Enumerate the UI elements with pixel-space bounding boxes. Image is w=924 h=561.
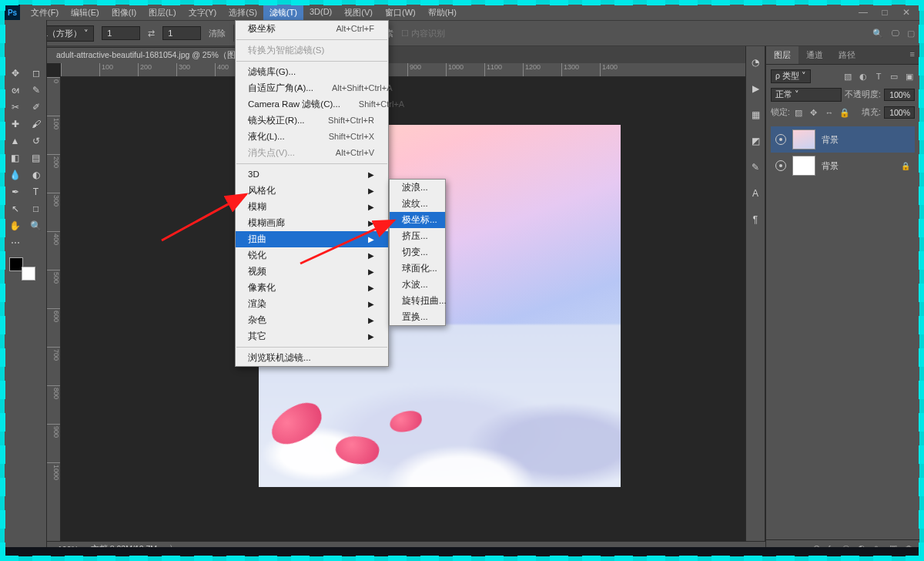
stamp-tool[interactable]: ▲ xyxy=(5,133,25,149)
menu-item[interactable]: 锐化▶ xyxy=(236,247,388,264)
menu-item[interactable]: 滤镜库(G)... xyxy=(236,64,388,80)
minimize-icon[interactable]: — xyxy=(858,7,869,18)
menu-item[interactable]: 其它▶ xyxy=(236,328,388,344)
filter-kind-select[interactable]: ρ 类型 ˅ xyxy=(771,69,811,83)
dodge-tool[interactable]: ◐ xyxy=(25,166,46,183)
menu-item[interactable]: 风格化▶ xyxy=(236,183,388,199)
swap-icon[interactable]: ⇄ xyxy=(148,29,155,39)
play-icon[interactable]: ▶ xyxy=(749,83,762,96)
menu-item[interactable]: 水波... xyxy=(390,277,445,293)
menu-8[interactable]: 视图(V) xyxy=(338,5,379,21)
menu-item[interactable]: 浏览联机滤镜... xyxy=(236,350,388,366)
maximize-icon[interactable]: □ xyxy=(879,7,890,18)
share-icon[interactable]: 🖵 xyxy=(891,29,899,39)
layer-row[interactable]: 背景 xyxy=(771,126,915,153)
brush-panel-icon[interactable]: ✎ xyxy=(749,162,762,174)
menu-item[interactable]: 波浪... xyxy=(390,180,445,196)
window-controls[interactable]: — □ ✕ xyxy=(858,7,919,18)
menu-item[interactable]: 视频▶ xyxy=(236,264,388,280)
visibility-icon[interactable] xyxy=(775,160,786,171)
lock-pixels-icon[interactable]: ▨ xyxy=(793,107,804,118)
tab-paths[interactable]: 路径 xyxy=(831,46,863,64)
character-icon[interactable]: A xyxy=(749,188,762,200)
layer-row[interactable]: 背景🔒 xyxy=(771,153,915,179)
menu-item[interactable]: 转换为智能滤镜(S) xyxy=(236,42,388,59)
menu-item[interactable]: 模糊▶ xyxy=(236,199,388,215)
filter-menu-dropdown[interactable]: 极坐标Alt+Ctrl+F转换为智能滤镜(S)滤镜库(G)...自适应广角(A)… xyxy=(235,20,389,367)
lock-all-icon[interactable]: 🔒 xyxy=(839,107,850,118)
history-icon[interactable]: ◔ xyxy=(749,57,762,69)
filter-image-icon[interactable]: ▧ xyxy=(842,71,853,82)
more-tools[interactable]: ⋯ xyxy=(5,234,25,251)
crop-width-field[interactable]: 1 xyxy=(102,26,140,40)
background-color[interactable] xyxy=(22,267,35,280)
menu-item[interactable]: 置换... xyxy=(390,309,445,325)
menu-item[interactable]: 3D▶ xyxy=(236,166,388,183)
search-icon[interactable]: 🔍 xyxy=(872,29,883,39)
collapsed-panel-strip[interactable]: ◔ ▶ ▦ ◩ ✎ A ¶ xyxy=(745,46,765,556)
menu-10[interactable]: 帮助(H) xyxy=(422,5,463,21)
content-aware-checkbox[interactable]: ☐ 内容识别 xyxy=(401,28,445,39)
menu-item[interactable]: 自适应广角(A)...Alt+Shift+Ctrl+A xyxy=(236,80,388,96)
menu-7[interactable]: 3D(D) xyxy=(303,5,338,21)
menu-item[interactable]: 极坐标Alt+Ctrl+F xyxy=(236,21,388,37)
menu-item[interactable]: 球面化... xyxy=(390,260,445,277)
menu-0[interactable]: 文件(F) xyxy=(25,5,65,21)
distort-submenu[interactable]: 波浪...波纹...极坐标...挤压...切变...球面化...水波...旋转扭… xyxy=(389,179,446,326)
hand-tool[interactable]: ✋ xyxy=(5,217,25,234)
lock-position-icon[interactable]: ✥ xyxy=(808,107,819,118)
fill-field[interactable]: 100% xyxy=(884,106,915,119)
menu-4[interactable]: 文字(Y) xyxy=(182,5,223,21)
menu-3[interactable]: 图层(L) xyxy=(142,5,182,21)
filter-adjust-icon[interactable]: ◐ xyxy=(858,71,869,82)
heal-tool[interactable]: ✚ xyxy=(5,116,25,133)
marquee-tool[interactable]: ◻ xyxy=(25,65,46,82)
menu-item[interactable]: 像素化▶ xyxy=(236,280,388,296)
menu-item[interactable]: 极坐标... xyxy=(390,212,445,228)
menu-item[interactable]: 挤压... xyxy=(390,228,445,244)
zoom-tool[interactable]: 🔍 xyxy=(25,217,46,234)
adjust-icon[interactable]: ◩ xyxy=(749,136,762,148)
blur-tool[interactable]: 💧 xyxy=(5,166,25,183)
close-icon[interactable]: ✕ xyxy=(901,7,912,18)
menu-item[interactable]: 切变... xyxy=(390,244,445,260)
menu-item[interactable]: 渲染▶ xyxy=(236,296,388,312)
paragraph-icon[interactable]: ¶ xyxy=(749,214,762,227)
lock-arrow-icon[interactable]: ↔ xyxy=(824,107,835,118)
document-tab-1[interactable]: adult-attractive-beautiful-1681054.jpg @… xyxy=(47,47,264,63)
tab-layers[interactable]: 图层 xyxy=(766,46,798,64)
menu-5[interactable]: 选择(S) xyxy=(223,5,263,21)
menu-1[interactable]: 编辑(E) xyxy=(65,5,105,21)
opacity-field[interactable]: 100% xyxy=(884,89,915,101)
crop-tool[interactable]: ✂ xyxy=(5,99,25,116)
lasso-tool[interactable]: ᘛ xyxy=(5,82,25,99)
type-tool[interactable]: T xyxy=(25,183,46,200)
menu-item[interactable]: 镜头校正(R)...Shift+Ctrl+R xyxy=(236,113,388,129)
filter-type-icon[interactable]: T xyxy=(873,71,884,82)
visibility-icon[interactable] xyxy=(775,134,786,145)
menu-item[interactable]: Camera Raw 滤镜(C)...Shift+Ctrl+A xyxy=(236,96,388,113)
eraser-tool[interactable]: ◧ xyxy=(5,149,25,166)
brush-tool[interactable]: 🖌 xyxy=(25,116,46,133)
layer-thumb[interactable] xyxy=(792,156,815,176)
gradient-tool[interactable]: ▤ xyxy=(25,149,46,166)
quickselect-tool[interactable]: ✎ xyxy=(25,82,46,99)
menu-item[interactable]: 消失点(V)...Alt+Ctrl+V xyxy=(236,145,388,161)
layer-thumb[interactable] xyxy=(792,129,815,149)
history-brush-tool[interactable]: ↺ xyxy=(25,133,46,149)
path-tool[interactable]: ↖ xyxy=(5,200,25,217)
filter-shape-icon[interactable]: ▭ xyxy=(889,71,899,82)
tab-channels[interactable]: 通道 xyxy=(798,46,831,64)
filter-smart-icon[interactable]: ▣ xyxy=(904,71,915,82)
blend-mode-select[interactable]: 正常 ˅ xyxy=(771,88,842,102)
color-swatch[interactable] xyxy=(9,257,35,280)
eyedropper-tool[interactable]: ✐ xyxy=(25,99,46,116)
menu-item[interactable]: 液化(L)...Shift+Ctrl+X xyxy=(236,129,388,145)
menu-item[interactable]: 波纹... xyxy=(390,196,445,212)
pen-tool[interactable]: ✒ xyxy=(5,183,25,200)
menu-item[interactable]: 模糊画廊▶ xyxy=(236,215,388,231)
panel-tabs[interactable]: 图层 通道 路径 ≡ xyxy=(766,46,919,65)
crop-height-field[interactable]: 1 xyxy=(162,26,201,40)
menu-2[interactable]: 图像(I) xyxy=(105,5,142,21)
clear-button[interactable]: 清除 xyxy=(209,28,226,39)
